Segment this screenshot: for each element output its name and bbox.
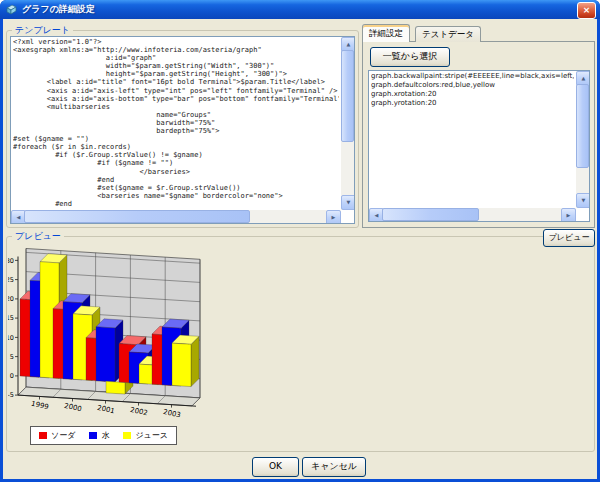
legend-swatch-yellow [123, 432, 131, 439]
template-group-label: テンプレート [12, 25, 73, 35]
legend-swatch-red [39, 432, 47, 439]
tab-details[interactable]: 詳細設定 [362, 24, 410, 42]
svg-text:20: 20 [8, 295, 14, 303]
window-title: グラフの詳細設定 [22, 3, 95, 16]
preview-chart: -505101520253019992000200120022003 [8, 246, 236, 424]
legend-label: 水 [101, 430, 109, 441]
template-code-area[interactable]: <?xml version="1.0"?> <axesgraph xmlns:a… [10, 36, 355, 224]
legend-swatch-blue [89, 432, 97, 439]
scroll-right-button[interactable]: ▶ [561, 208, 576, 222]
scroll-down-button[interactable]: ▼ [576, 193, 590, 208]
svg-text:2002: 2002 [129, 406, 148, 418]
legend-item: ソーダ [39, 430, 75, 441]
svg-text:30: 30 [8, 257, 14, 265]
template-hscrollbar[interactable]: ◀ ▶ [11, 210, 341, 223]
ok-button[interactable]: OK [252, 457, 299, 477]
hscroll-thumb[interactable] [24, 210, 250, 223]
svg-text:1999: 1999 [30, 400, 49, 412]
tab-testdata[interactable]: テストデータ [415, 26, 481, 42]
settings-properties-area[interactable]: graph.backwallpaint:stripe(#EEEEEE,line=… [368, 70, 590, 222]
svg-text:15: 15 [8, 314, 14, 322]
select-from-list-button[interactable]: 一覧から選択 [370, 47, 450, 67]
template-vscrollbar[interactable]: ▲ ▼ [341, 37, 354, 210]
settings-properties-text: graph.backwallpaint:stripe(#EEEEEE,line=… [371, 72, 574, 206]
svg-text:25: 25 [8, 276, 14, 284]
vscroll-thumb[interactable] [341, 50, 354, 142]
svg-text:10: 10 [8, 334, 14, 342]
cancel-button[interactable]: キャンセル [302, 457, 366, 477]
preview-button[interactable]: プレビュー [543, 229, 595, 247]
title-bar[interactable]: グラフの詳細設定 × [0, 0, 600, 19]
scroll-right-button[interactable]: ▶ [326, 210, 341, 224]
graph-settings-dialog: グラフの詳細設定 × テンプレート <?xml version="1.0"?> … [0, 0, 600, 482]
legend-label: ソーダ [51, 430, 75, 441]
close-button[interactable]: × [577, 2, 596, 19]
vscroll-thumb[interactable] [576, 84, 589, 168]
svg-text:-5: -5 [8, 391, 14, 399]
legend-label: ジュース [135, 430, 168, 441]
app-icon [5, 3, 18, 16]
template-code-text: <?xml version="1.0"?> <axesgraph xmlns:a… [13, 38, 339, 208]
settings-vscrollbar[interactable]: ▲ ▼ [576, 71, 589, 208]
legend-item: ジュース [123, 430, 168, 441]
scroll-down-button[interactable]: ▼ [341, 195, 355, 210]
svg-text:2001: 2001 [96, 404, 115, 416]
legend-item: 水 [89, 430, 109, 441]
svg-text:2000: 2000 [63, 402, 82, 414]
svg-text:5: 5 [10, 353, 14, 361]
settings-hscrollbar[interactable]: ◀ ▶ [369, 208, 576, 221]
svg-text:0: 0 [10, 372, 14, 380]
hscroll-thumb[interactable] [382, 208, 479, 221]
preview-group-label: プレビュー [12, 231, 64, 241]
svg-text:2003: 2003 [162, 408, 181, 420]
chart-legend: ソーダ 水 ジュース [30, 426, 177, 445]
